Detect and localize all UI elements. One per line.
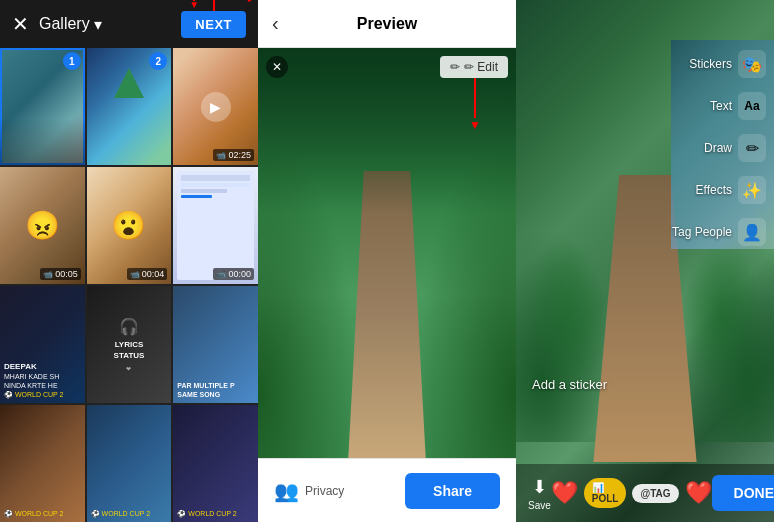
tag-people-icon: 👤 [738, 218, 766, 246]
grid-cell-9[interactable]: PAR MULTIPLE PSAME SONG [173, 286, 258, 403]
red-arrow-indicator [474, 78, 476, 118]
grid-cell-11[interactable]: ⚽ WORLD CUP 2 [87, 405, 172, 522]
save-icon: ⬇ [532, 476, 547, 498]
preview-footer: 👥 Privacy Share [258, 458, 516, 522]
save-area[interactable]: ⬇ Save [528, 476, 551, 511]
grid-cell-2[interactable]: 2 [87, 48, 172, 165]
grid-cell-8[interactable]: 🎧 LYRICSSTATUS ❤ [87, 286, 172, 403]
left-header: ✕ Gallery ▾ ▼ NEXT [0, 0, 258, 48]
video-icon-6: 📹 [216, 270, 226, 279]
tool-tag-people-label: Tag People [672, 225, 732, 239]
back-button[interactable]: ‹ [272, 12, 279, 35]
privacy-area[interactable]: 👥 Privacy [274, 479, 344, 503]
preview-image [258, 48, 516, 458]
tool-stickers-label: Stickers [689, 57, 732, 71]
grid-cell-3[interactable]: ▶ 📹 02:25 [173, 48, 258, 165]
right-bottom-bar: ⬇ Save ❤️ 📊 POLL @TAG ❤️ DONE [516, 464, 774, 522]
effects-icon: ✨ [738, 176, 766, 204]
video-duration-5: 📹 00:04 [127, 268, 168, 280]
selection-badge-1: 1 [63, 52, 81, 70]
video-icon-5: 📹 [130, 270, 140, 279]
grid-cell-4[interactable]: 😠 📹 00:05 [0, 167, 85, 284]
grid-cell-5[interactable]: 😮 📹 00:04 [87, 167, 172, 284]
edit-pencil-icon: ✏ [450, 60, 460, 74]
gallery-text: Gallery [39, 15, 90, 33]
video-icon-3: 📹 [216, 151, 226, 160]
done-button[interactable]: DONE [712, 475, 774, 511]
grid-cell-10[interactable]: ⚽ WORLD CUP 2 [0, 405, 85, 522]
grid-cell-12[interactable]: ⚽ WORLD CUP 2 [173, 405, 258, 522]
middle-panel: ‹ Preview ✏ ✏ Edit ✕ 👥 Privacy [258, 0, 516, 522]
video-duration-6: 📹 00:00 [213, 268, 254, 280]
next-button[interactable]: NEXT [181, 11, 246, 38]
grid-cell-1[interactable]: 1 [0, 48, 85, 165]
privacy-icon: 👥 [274, 479, 299, 503]
share-button[interactable]: Share [405, 473, 500, 509]
tool-effects-label: Effects [696, 183, 732, 197]
tool-tag-people[interactable]: Tag People 👤 [672, 218, 766, 246]
heart-sticker-2[interactable]: ❤️ [685, 480, 712, 506]
preview-header: ‹ Preview [258, 0, 516, 48]
grid-cell-7[interactable]: DEEPAKMHARI KADE SHNINDA KRTE HE ⚽ WORLD… [0, 286, 85, 403]
close-icon[interactable]: ✕ [12, 12, 29, 36]
preview-close-button[interactable]: ✕ [266, 56, 288, 78]
right-toolbar: Stickers 🎭 Text Aa Draw ✏ Effects ✨ Tag … [672, 50, 766, 246]
tool-text-label: Text [710, 99, 732, 113]
right-panel: Stickers 🎭 Text Aa Draw ✏ Effects ✨ Tag … [516, 0, 774, 522]
video-duration-4: 📹 00:05 [40, 268, 81, 280]
gallery-label[interactable]: Gallery ▾ [39, 15, 171, 34]
tool-stickers[interactable]: Stickers 🎭 [672, 50, 766, 78]
sticker-row: ❤️ 📊 POLL @TAG ❤️ [551, 478, 712, 508]
edit-label: ✏ Edit [464, 60, 498, 74]
grid-cell-6[interactable]: 📹 00:00 [173, 167, 258, 284]
edit-button[interactable]: ✏ ✏ Edit [440, 56, 508, 78]
draw-icon: ✏ [738, 134, 766, 162]
tag-sticker[interactable]: @TAG [632, 484, 678, 503]
add-sticker-label: Add a sticker [532, 377, 607, 392]
tool-effects[interactable]: Effects ✨ [672, 176, 766, 204]
selection-badge-2: 2 [149, 52, 167, 70]
poll-sticker[interactable]: 📊 POLL [584, 478, 627, 508]
text-icon: Aa [738, 92, 766, 120]
save-label: Save [528, 500, 551, 511]
privacy-label: Privacy [305, 484, 344, 498]
tool-draw-label: Draw [704, 141, 732, 155]
image-grid: 1 2 ▶ 📹 02:25 😠 📹 00:05 😮 [0, 48, 258, 522]
gallery-chevron-icon: ▾ [94, 15, 102, 34]
heart-sticker-1[interactable]: ❤️ [551, 480, 578, 506]
tool-draw[interactable]: Draw ✏ [672, 134, 766, 162]
preview-title: Preview [357, 15, 417, 33]
left-panel: ✕ Gallery ▾ ▼ NEXT 1 2 ▶ [0, 0, 258, 522]
video-duration-3: 📹 02:25 [213, 149, 254, 161]
stickers-icon: 🎭 [738, 50, 766, 78]
preview-image-container: ✏ ✏ Edit ✕ [258, 48, 516, 458]
video-icon-4: 📹 [43, 270, 53, 279]
tool-text[interactable]: Text Aa [672, 92, 766, 120]
